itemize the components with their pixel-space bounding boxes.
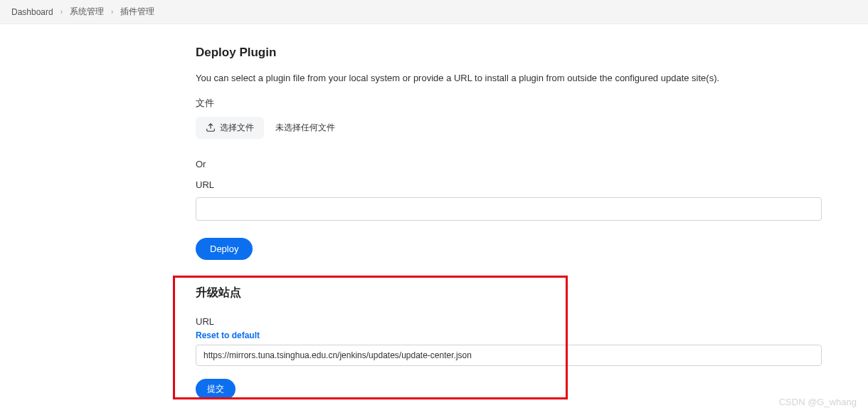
deploy-description: You can select a plugin file from your l…: [196, 71, 840, 85]
deploy-button[interactable]: Deploy: [196, 238, 253, 260]
chevron-right-icon: ›: [60, 8, 63, 16]
breadcrumb-plugin-management[interactable]: 插件管理: [120, 6, 154, 18]
choose-file-label: 选择文件: [220, 122, 254, 134]
choose-file-button[interactable]: 选择文件: [196, 117, 264, 139]
file-chooser-row: 选择文件 未选择任何文件: [196, 117, 840, 139]
upload-icon: [206, 122, 216, 132]
breadcrumb-system-management[interactable]: 系统管理: [70, 6, 104, 18]
deploy-url-input[interactable]: [196, 197, 822, 221]
breadcrumb: Dashboard › 系统管理 › 插件管理: [0, 0, 868, 24]
upgrade-site-title: 升级站点: [196, 286, 840, 300]
reset-to-default-link[interactable]: Reset to default: [196, 330, 260, 340]
chevron-right-icon: ›: [111, 8, 113, 16]
deploy-plugin-title: Deploy Plugin: [196, 46, 840, 60]
file-label: 文件: [196, 97, 840, 110]
upgrade-url-input[interactable]: [196, 345, 822, 366]
upgrade-url-label: URL: [196, 316, 840, 327]
submit-button[interactable]: 提交: [196, 379, 235, 399]
main-content: Deploy Plugin You can select a plugin fi…: [0, 24, 840, 399]
upgrade-site-section: 升级站点 URL Reset to default 提交: [196, 286, 840, 399]
or-text: Or: [196, 159, 840, 169]
url-label: URL: [196, 179, 840, 190]
no-file-selected-text: 未选择任何文件: [275, 122, 335, 134]
breadcrumb-dashboard[interactable]: Dashboard: [11, 7, 53, 17]
watermark: CSDN @G_whang: [779, 397, 857, 407]
